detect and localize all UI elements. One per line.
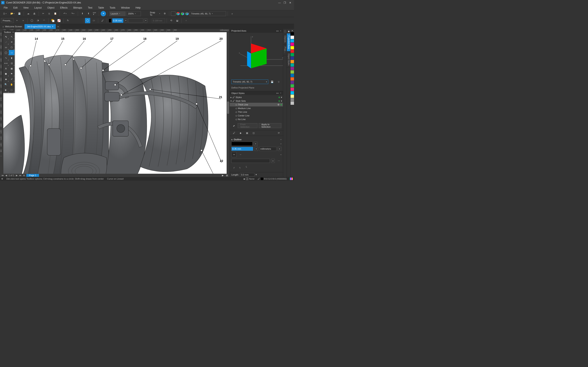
swatch[interactable] [291, 36, 294, 39]
length-input[interactable] [240, 173, 254, 176]
line-more-icon[interactable]: ⋯ [276, 158, 281, 164]
page-add-icon[interactable]: ⊕ [22, 174, 26, 177]
tool-pan[interactable]: ✋ [9, 82, 15, 87]
gear-icon[interactable]: ⚙ [277, 103, 279, 106]
pdf-button[interactable]: PDF⬆ [92, 11, 97, 16]
tool-connector[interactable]: ⊡ [9, 60, 15, 66]
pie-shape-icon[interactable]: ◔ [35, 18, 41, 23]
menu-tools[interactable]: Tools [107, 6, 118, 9]
cap-c-icon[interactable]: └ [243, 165, 249, 170]
close-button[interactable]: ✕ [287, 1, 293, 5]
cut-button[interactable]: ✂ [40, 11, 46, 16]
outline-style-combo[interactable] [128, 18, 143, 23]
overflow-button[interactable]: » [229, 11, 235, 16]
toolbox-close-icon[interactable]: × [12, 31, 14, 33]
page-last-icon[interactable]: ⏭ [18, 174, 22, 176]
axes-preview[interactable]: y x z [230, 33, 283, 78]
styles-tree[interactable]: ▸🖊Styles⊕▾ ▾🖊Style Sets⊕▾ ◇Thick Line⚙⊕◇… [230, 95, 283, 122]
line-dash-icon[interactable]: ┄ [238, 152, 243, 157]
menu-file[interactable]: File [1, 6, 10, 9]
outline-width-drop[interactable]: ▾ [254, 147, 258, 151]
tool-zoom[interactable]: 🔍 [3, 82, 9, 87]
swatch[interactable] [291, 32, 294, 36]
import-button[interactable]: ⬇ [80, 11, 85, 16]
tool-table[interactable]: ▦ [9, 66, 15, 71]
axes-save-icon[interactable]: 💾 [269, 79, 275, 84]
tab-file[interactable]: Jet-Engine2020-XX.des × [25, 24, 56, 29]
swatch[interactable] [291, 95, 294, 98]
export-button[interactable]: ⬆ [86, 11, 91, 16]
outline-width-drop[interactable]: ▾ [124, 18, 127, 23]
swatch[interactable] [291, 81, 294, 84]
docker-collapse-icon[interactable]: ▸▸ [277, 92, 279, 94]
save-button[interactable]: 💾 [17, 11, 22, 16]
tool-dim[interactable]: ⟷ [3, 60, 9, 66]
object-props-icon[interactable]: ⬓ [174, 18, 180, 23]
swatch[interactable] [291, 60, 294, 63]
style-sets[interactable]: Style Sets [236, 100, 246, 102]
swatch[interactable] [291, 46, 294, 50]
docker-collapse-icon[interactable]: ▸▸ [277, 30, 279, 32]
cloud-button[interactable]: ☁ [26, 11, 31, 16]
swatch[interactable] [291, 74, 294, 77]
menu-text[interactable]: Text [85, 6, 95, 9]
new-tab-button[interactable]: ＋ [56, 24, 60, 29]
tool-line[interactable]: ⟋ [3, 39, 9, 45]
tab-welcome[interactable]: ⌂ Welcome Screen [0, 24, 25, 29]
convert-icon[interactable]: ⟲ [168, 18, 174, 23]
line-solid-icon[interactable]: ━ [231, 152, 237, 157]
docker-close-icon[interactable]: × [280, 30, 281, 32]
style-item[interactable]: ◇Thin Line [230, 110, 283, 114]
ellipse-tool-active-icon[interactable]: ◯ [85, 18, 90, 23]
side-tab-objects[interactable]: Objects [283, 33, 287, 45]
side-tab-prop[interactable]: Prop… [283, 45, 287, 55]
tool-callout[interactable]: ⚑ [9, 71, 15, 76]
drawing-plane-button[interactable] [171, 11, 175, 16]
page-next-icon[interactable]: ▶ [15, 174, 18, 177]
status-outline[interactable]: 🖊R:0 G:0 B:0 (#000000) [258, 178, 287, 180]
outline-style-drop[interactable]: ▾ [144, 18, 147, 23]
tool-transp[interactable]: ◐ [3, 87, 9, 92]
menu-table[interactable]: Table [95, 6, 106, 9]
palette-up-icon[interactable]: ▲ [291, 29, 294, 32]
tool-brush[interactable]: ▮ [9, 55, 15, 60]
outline-color-swatch[interactable] [109, 18, 112, 23]
paste-button[interactable]: 📋 [53, 11, 58, 16]
style-item[interactable]: ◇Thick Line⚙⊕ [230, 103, 283, 106]
snap-combo[interactable]: Snap To▾ [149, 11, 161, 16]
style-item[interactable]: ◇Medium Line [230, 106, 283, 110]
swatch[interactable] [291, 101, 294, 105]
menu-edit[interactable]: Edit [11, 6, 20, 9]
add-preset-button[interactable]: ＋ [20, 18, 26, 23]
swatch[interactable] [291, 53, 294, 57]
projection-combo[interactable]: Trimetric (45, 90, 7)▾ [190, 11, 226, 16]
options-button[interactable]: ⚙ [162, 11, 167, 16]
swatch[interactable] [291, 70, 294, 74]
cube-green-icon[interactable] [181, 12, 184, 16]
outline-reset-icon[interactable]: ▫ [281, 138, 281, 141]
tool-shape[interactable]: ↖ [9, 34, 15, 39]
outline-width-input[interactable]: 0.35 mm [112, 18, 123, 23]
style-item[interactable]: ◇Center Line [230, 114, 283, 117]
addons-button[interactable]: ✦ [101, 11, 106, 16]
nav-pane-icon[interactable]: ⊞ [224, 174, 229, 177]
side-icon[interactable]: ⬚ [283, 29, 287, 33]
outline-color-picker[interactable] [231, 142, 252, 146]
outline-tab-fill-icon[interactable]: ◆ [238, 130, 243, 136]
add-prop-button[interactable]: ＋ [183, 18, 189, 23]
style-link-icon[interactable]: ⬈ [231, 123, 236, 128]
tool-3d[interactable]: ⬣ [3, 71, 9, 76]
page-first-icon[interactable]: ⏮ [1, 174, 4, 176]
styles-root[interactable]: Styles [236, 96, 242, 99]
tool-text[interactable]: A [3, 66, 9, 71]
swatch[interactable] [291, 91, 294, 95]
tool-fill[interactable]: ◆ [3, 76, 9, 82]
cube-blue-icon[interactable] [185, 12, 189, 16]
section-expand-icon[interactable]: ▴ [231, 138, 233, 141]
object-styles-header[interactable]: Object Styles ▸▸× [230, 91, 283, 95]
menu-object[interactable]: Object [45, 6, 57, 9]
tool-curve[interactable]: ∿ [3, 55, 9, 60]
swatch[interactable] [291, 98, 294, 101]
status-fill[interactable]: ◆╳None [243, 178, 254, 180]
side-tab-objectstyles[interactable]: Object Styles [287, 51, 290, 68]
